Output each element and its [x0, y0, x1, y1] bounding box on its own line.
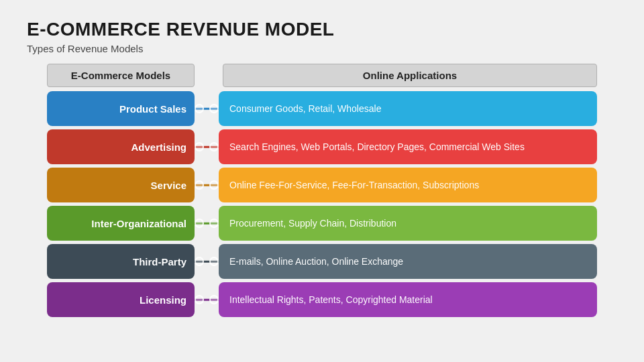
right-text-licensing: Intellectual Rights, Patents, Copyrighte…: [229, 294, 433, 306]
dot-left-licensing: [195, 295, 204, 304]
right-cell-licensing: Intellectual Rights, Patents, Copyrighte…: [219, 282, 597, 317]
left-label-licensing: Licensing: [140, 294, 186, 306]
dot-right-third-party: [209, 257, 219, 266]
header-row: E-Commerce Models Online Applications: [47, 64, 597, 87]
left-label-inter-organizational: Inter-Organizational: [91, 218, 186, 229]
right-text-third-party: E-mails, Online Auction, Online Exchange: [229, 255, 403, 268]
data-row-third-party: Third-Party E-mails, Online Auction, Onl…: [47, 244, 597, 279]
left-cell-product-sales: Product Sales: [47, 91, 195, 126]
left-cell-licensing: Licensing: [47, 282, 195, 317]
dot-left-product-sales: [195, 104, 204, 113]
main-title: E-COMMERCE REVENUE MODEL: [27, 19, 617, 40]
right-text-service: Online Fee-For-Service, Fee-For-Transact…: [229, 179, 479, 192]
header-right: Online Applications: [223, 64, 597, 87]
left-cell-inter-organizational: Inter-Organizational: [47, 206, 195, 241]
right-cell-service: Online Fee-For-Service, Fee-For-Transact…: [219, 168, 597, 202]
left-cell-advertising: Advertising: [47, 129, 195, 164]
dot-left-advertising: [195, 142, 204, 152]
dot-right-advertising: [209, 142, 219, 152]
right-cell-product-sales: Consumer Goods, Retail, Wholesale: [219, 91, 597, 126]
rows-container: Product Sales Consumer Goods, Retail, Wh…: [47, 91, 597, 317]
data-row-service: Service Online Fee-For-Service, Fee-For-…: [47, 168, 597, 202]
dot-left-third-party: [195, 257, 204, 266]
left-label-product-sales: Product Sales: [119, 103, 186, 115]
right-text-advertising: Search Engines, Web Portals, Directory P…: [229, 141, 525, 154]
dot-left-inter-organizational: [195, 219, 204, 228]
right-cell-third-party: E-mails, Online Auction, Online Exchange: [219, 244, 597, 279]
left-cell-service: Service: [47, 168, 195, 202]
left-cell-third-party: Third-Party: [47, 244, 195, 279]
left-label-third-party: Third-Party: [133, 256, 186, 267]
header-left: E-Commerce Models: [47, 64, 195, 87]
dot-right-inter-organizational: [209, 219, 219, 228]
right-text-inter-organizational: Procurement, Supply Chain, Distribution: [229, 217, 396, 230]
data-row-licensing: Licensing Intellectual Rights, Patents, …: [47, 282, 597, 317]
dot-right-product-sales: [209, 104, 219, 113]
data-row-product-sales: Product Sales Consumer Goods, Retail, Wh…: [47, 91, 597, 126]
left-label-advertising: Advertising: [131, 141, 186, 153]
table-container: E-Commerce Models Online Applications Pr…: [47, 64, 597, 317]
dot-right-licensing: [209, 295, 219, 304]
data-row-inter-organizational: Inter-Organizational Procurement, Supply…: [47, 206, 597, 241]
right-text-product-sales: Consumer Goods, Retail, Wholesale: [229, 103, 381, 115]
dot-left-service: [195, 180, 204, 190]
right-cell-advertising: Search Engines, Web Portals, Directory P…: [219, 129, 597, 164]
right-cell-inter-organizational: Procurement, Supply Chain, Distribution: [219, 206, 597, 241]
slide: E-COMMERCE REVENUE MODEL Types of Revenu…: [0, 0, 644, 362]
dot-right-service: [209, 180, 219, 190]
subtitle: Types of Revenue Models: [27, 43, 617, 54]
data-row-advertising: Advertising Search Engines, Web Portals,…: [47, 129, 597, 164]
left-label-service: Service: [151, 180, 186, 191]
